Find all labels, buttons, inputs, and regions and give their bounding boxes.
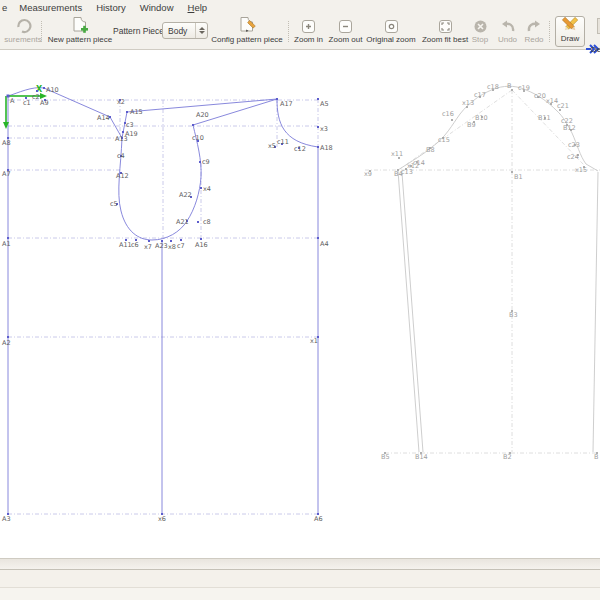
pattern-point[interactable] [43, 87, 45, 89]
sleeve-construction-lines [365, 90, 600, 453]
pattern-point[interactable] [7, 237, 9, 239]
pattern-point[interactable] [7, 95, 9, 97]
original-zoom-button[interactable]: Original zoom [366, 15, 416, 48]
zoom-out-icon [338, 15, 353, 34]
point-label: B [594, 453, 598, 461]
point-label: A13 [115, 135, 128, 143]
point-label: B12 [563, 124, 576, 132]
point-label: A [10, 97, 15, 105]
point-label: A10 [46, 86, 59, 94]
zoom-fit-best-icon [438, 15, 453, 34]
zoom-fit-best-button[interactable]: Zoom fit best [420, 15, 470, 48]
new-pattern-piece-button[interactable]: New pattern piece [45, 15, 115, 48]
sleeve-point-labels: x9B4c13x12c14x11B8c15c16x13c17c18Bc19c20… [364, 82, 598, 461]
toolbar-separator [549, 21, 550, 42]
menu-file-truncated[interactable]: e [0, 1, 12, 14]
pattern-piece-select[interactable]: Body [162, 22, 208, 39]
detail-mode-label-truncated[interactable]: De [591, 45, 600, 54]
zoom-out-button[interactable]: Zoom out [327, 15, 364, 48]
point-label: A7 [2, 170, 11, 178]
point-label: A22 [179, 191, 192, 199]
pattern-point[interactable] [180, 239, 182, 241]
point-label: A17 [280, 100, 293, 108]
pattern-point[interactable] [199, 161, 201, 163]
point-label: c1 [23, 99, 31, 107]
point-label: A6 [314, 515, 323, 523]
point-label: B1 [514, 173, 523, 181]
point-label: B11 [538, 114, 551, 122]
measurements-icon [15, 15, 32, 34]
menu-history[interactable]: History [89, 1, 133, 14]
body-construction-lines [8, 99, 318, 514]
point-label: x4 [203, 185, 211, 193]
point-label: x3 [320, 125, 328, 133]
point-label: A16 [195, 241, 208, 249]
point-label: c11 [277, 138, 289, 146]
point-label: B2 [503, 453, 512, 461]
point-label: x8 [168, 243, 176, 251]
pattern-point[interactable] [197, 221, 199, 223]
pattern-point[interactable] [122, 131, 124, 133]
point-label: c20 [534, 92, 546, 100]
toolbar-separator [41, 21, 42, 42]
pattern-point[interactable] [36, 90, 38, 92]
redo-icon [526, 15, 542, 34]
pattern-point[interactable] [317, 237, 319, 239]
point-label: A1 [2, 240, 11, 248]
toolbar-separator [288, 21, 289, 42]
point-label: c17 [474, 91, 486, 99]
pattern-point[interactable] [276, 98, 278, 100]
combo-spinner-icon[interactable] [195, 23, 207, 38]
pattern-point[interactable] [148, 240, 150, 242]
redo-button[interactable]: Redo [521, 15, 547, 48]
menu-measurements[interactable]: Measurements [12, 1, 89, 14]
undo-button[interactable]: Undo [494, 15, 521, 48]
point-label: c4 [117, 152, 125, 160]
menu-window[interactable]: Window [133, 1, 181, 14]
point-label: c12 [294, 145, 306, 153]
point-label: A15 [130, 108, 143, 116]
pattern-point[interactable] [317, 98, 319, 100]
undo-icon [500, 15, 516, 34]
point-label: B9 [467, 121, 476, 129]
point-label: c10 [192, 134, 204, 142]
point-label: x5 [268, 142, 276, 150]
point-label: A14 [97, 114, 110, 122]
horizontal-scrollbar[interactable] [0, 558, 600, 570]
point-label: x2 [117, 98, 125, 106]
config-pattern-piece-button[interactable]: Config pattern piece [208, 15, 286, 48]
body-point-labels: Ac1A9c2A10x2A15A14c3A19A13c4A20c10c9A12c… [2, 86, 333, 523]
pattern-point[interactable] [192, 124, 194, 126]
pattern-drawing[interactable]: X Ac1A9c2A10x2A15A14c3A19A13c4A20c10c9A1… [0, 0, 600, 600]
toolbar: surements New pattern piece Pattern Piec… [0, 15, 600, 50]
point-label: c6 [131, 241, 139, 249]
pattern-point[interactable] [317, 126, 319, 128]
stop-icon [473, 15, 488, 34]
zoom-in-button[interactable]: Zoom in [291, 15, 326, 48]
pattern-point[interactable] [170, 240, 172, 242]
point-label: x9 [364, 170, 372, 178]
draw-crossed-pencils-icon [559, 17, 581, 34]
status-bar [0, 570, 600, 600]
point-label: A9 [40, 99, 49, 107]
draw-mode-button[interactable]: Draw [555, 16, 585, 47]
menu-help[interactable]: Help [181, 1, 215, 14]
origin-axes: X [3, 85, 47, 129]
point-label: c14 [413, 159, 425, 167]
pattern-point[interactable] [317, 146, 319, 148]
pattern-point[interactable] [200, 187, 202, 189]
point-label: B [507, 82, 511, 90]
pattern-point[interactable] [126, 111, 128, 113]
stop-button[interactable]: Stop [467, 15, 493, 48]
original-zoom-icon [384, 15, 399, 34]
pattern-point[interactable] [511, 171, 513, 173]
point-label: c2 [32, 93, 40, 101]
pattern-point[interactable] [451, 119, 453, 121]
pattern-point[interactable] [200, 238, 202, 240]
config-pattern-piece-icon [238, 15, 256, 34]
point-label: A8 [2, 139, 11, 147]
point-label: B14 [415, 453, 428, 461]
pattern-piece-value: Body [163, 26, 195, 36]
pattern-point[interactable] [7, 336, 9, 338]
point-label: c16 [442, 110, 454, 118]
